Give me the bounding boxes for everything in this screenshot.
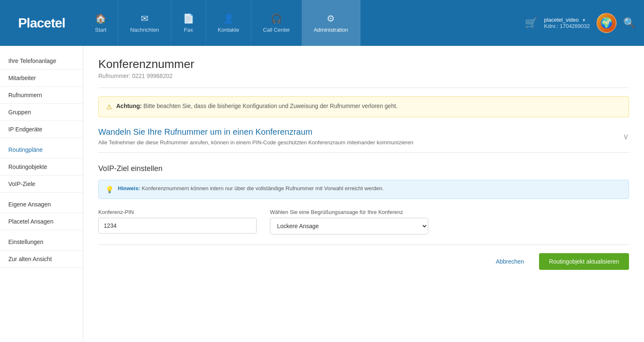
nav-item-fax[interactable]: 📄 Fax bbox=[171, 0, 206, 46]
greeting-form-group: Wählen Sie eine Begrüßungsansage für Ihr… bbox=[270, 209, 428, 234]
sidebar-item-ip-endgeraete[interactable]: IP Endgeräte bbox=[0, 121, 83, 138]
nav-item-kontakte[interactable]: 👤 Kontakte bbox=[206, 0, 251, 46]
sidebar-item-einstellungen[interactable]: Einstellungen bbox=[0, 234, 83, 251]
nav-label-fax: Fax bbox=[184, 27, 193, 33]
nav-right: 🛒 placetel_video ▼ Kdnr.: 1704289032 🌍 🔍 bbox=[517, 0, 644, 46]
mail-icon: ✉ bbox=[141, 13, 148, 24]
voip-section-title: VoIP-Ziel einstellen bbox=[98, 164, 629, 173]
avatar[interactable]: 🌍 bbox=[597, 13, 617, 33]
pin-form-group: Konferenz-PIN bbox=[98, 209, 257, 234]
sidebar-item-eigene-ansagen[interactable]: Eigene Ansagen bbox=[0, 196, 83, 213]
callcenter-icon: 🎧 bbox=[271, 13, 282, 24]
top-navigation: Placetel 🏠 Start ✉ Nachrichten 📄 Fax 👤 K… bbox=[0, 0, 644, 46]
pin-label: Konferenz-PIN bbox=[98, 209, 257, 215]
sidebar-item-ihre-telefonanlage[interactable]: Ihre Telefonanlage bbox=[0, 53, 83, 70]
info-icon: 💡 bbox=[105, 186, 114, 194]
form-row: Konferenz-PIN Wählen Sie eine Begrüßungs… bbox=[98, 209, 629, 234]
warning-text: Achtung: Bitte beachten Sie, dass die bi… bbox=[116, 103, 397, 109]
nav-item-nachrichten[interactable]: ✉ Nachrichten bbox=[118, 0, 171, 46]
sidebar-item-gruppen[interactable]: Gruppen bbox=[0, 104, 83, 121]
fax-icon: 📄 bbox=[183, 13, 194, 24]
hint-text: Hinweis: Konferenznummern können intern … bbox=[118, 185, 384, 191]
nav-label-nachrichten: Nachrichten bbox=[130, 27, 159, 33]
chevron-down-icon[interactable]: ∨ bbox=[623, 131, 629, 141]
page-subtitle: Rufnummer: 0221 99968202 bbox=[98, 73, 629, 79]
nav-label-kontakte: Kontakte bbox=[218, 27, 239, 33]
sidebar-item-routingplaene[interactable]: Routingpläne bbox=[0, 141, 83, 158]
logo-text: Placetel bbox=[18, 15, 65, 31]
nav-item-callcenter[interactable]: 🎧 Call Center bbox=[251, 0, 302, 46]
nav-label-administration: Administration bbox=[314, 27, 348, 33]
main-layout: Ihre Telefonanlage Mitarbeiter Rufnummer… bbox=[0, 46, 644, 342]
sidebar-item-mitarbeiter[interactable]: Mitarbeiter bbox=[0, 70, 83, 87]
dropdown-icon: ▼ bbox=[582, 18, 586, 23]
warning-box: ⚠ Achtung: Bitte beachten Sie, dass die … bbox=[98, 96, 629, 117]
cart-icon[interactable]: 🛒 bbox=[525, 17, 537, 29]
nav-label-start: Start bbox=[95, 27, 106, 33]
section-header: Wandeln Sie Ihre Rufnummer um in einen K… bbox=[98, 127, 629, 153]
section-description: Alle Teilnehmer die diese Rufnummer anru… bbox=[98, 139, 413, 146]
pin-input[interactable] bbox=[98, 218, 257, 234]
sidebar-item-zur-alten-ansicht[interactable]: Zur alten Ansicht bbox=[0, 251, 83, 268]
user-info[interactable]: placetel_video ▼ Kdnr.: 1704289032 bbox=[544, 17, 590, 29]
avatar-image: 🌍 bbox=[600, 17, 613, 29]
nav-label-callcenter: Call Center bbox=[263, 27, 290, 33]
username: placetel_video ▼ bbox=[544, 17, 586, 23]
sidebar-item-placetel-ansagen[interactable]: Placetel Ansagen bbox=[0, 213, 83, 230]
home-icon: 🏠 bbox=[95, 13, 106, 24]
voip-section: VoIP-Ziel einstellen 💡 Hinweis: Konferen… bbox=[98, 164, 629, 234]
section-title: Wandeln Sie Ihre Rufnummer um in einen K… bbox=[98, 127, 413, 137]
sidebar: Ihre Telefonanlage Mitarbeiter Rufnummer… bbox=[0, 46, 83, 342]
sidebar-item-voip-ziele[interactable]: VoIP-Ziele bbox=[0, 176, 83, 193]
cancel-button[interactable]: Abbrechen bbox=[489, 254, 531, 269]
nav-item-start[interactable]: 🏠 Start bbox=[83, 0, 118, 46]
gear-icon: ⚙ bbox=[327, 13, 335, 24]
warning-icon: ⚠ bbox=[106, 103, 112, 111]
nav-items: 🏠 Start ✉ Nachrichten 📄 Fax 👤 Kontakte 🎧… bbox=[83, 0, 517, 46]
save-button[interactable]: Routingobjekt aktualisieren bbox=[539, 253, 629, 270]
section-title-area: Wandeln Sie Ihre Rufnummer um in einen K… bbox=[98, 127, 413, 146]
title-divider bbox=[98, 88, 629, 88]
nav-item-administration[interactable]: ⚙ Administration bbox=[302, 0, 360, 46]
kdnr: Kdnr.: 1704289032 bbox=[544, 23, 590, 29]
sidebar-item-routingobjekte[interactable]: Routingobjekte bbox=[0, 158, 83, 176]
greeting-label: Wählen Sie eine Begrüßungsansage für Ihr… bbox=[270, 209, 428, 215]
footer-actions: Abbrechen Routingobjekt aktualisieren bbox=[98, 244, 629, 270]
search-icon[interactable]: 🔍 bbox=[623, 17, 636, 29]
sidebar-item-rufnummern[interactable]: Rufnummern bbox=[0, 87, 83, 104]
greeting-select[interactable]: Lockere Ansage Formelle Ansage Standard … bbox=[270, 218, 428, 234]
page-title: Konferenznummer bbox=[98, 58, 629, 71]
main-content: Konferenznummer Rufnummer: 0221 99968202… bbox=[83, 46, 644, 342]
contacts-icon: 👤 bbox=[223, 13, 234, 24]
info-box: 💡 Hinweis: Konferenznummern können inter… bbox=[98, 180, 629, 199]
logo[interactable]: Placetel bbox=[0, 0, 83, 46]
